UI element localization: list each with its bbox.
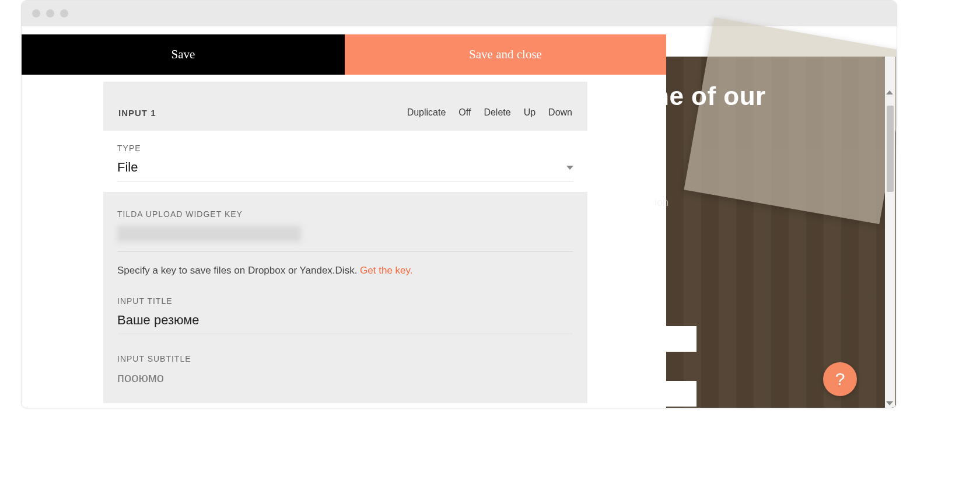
scroll-down-icon[interactable] xyxy=(886,401,893,405)
type-select-value: File xyxy=(117,160,138,175)
down-action[interactable]: Down xyxy=(548,107,572,118)
scroll-up-icon[interactable] xyxy=(886,90,893,94)
widget-key-help: Specify a key to save files on Dropbox o… xyxy=(117,265,573,276)
input-title-field: INPUT TITLE xyxy=(117,296,573,334)
app-surface: Save Save and close INPUT 1 Duplicate Of… xyxy=(22,26,897,408)
preview-form-field-ghost xyxy=(603,381,696,407)
delete-action[interactable]: Delete xyxy=(484,107,510,118)
widget-key-field: TILDA UPLOAD WIDGET KEY Specify a key to… xyxy=(117,209,573,276)
chevron-down-icon xyxy=(566,166,573,170)
input-subtitle-label: INPUT SUBTITLE xyxy=(117,354,573,363)
type-label: TYPE xyxy=(117,144,573,153)
window-titlebar xyxy=(22,1,897,26)
duplicate-action[interactable]: Duplicate xyxy=(407,107,446,118)
widget-key-help-text: Specify a key to save files on Dropbox o… xyxy=(117,265,360,276)
save-button[interactable]: Save xyxy=(22,34,345,75)
type-select[interactable]: File xyxy=(117,160,573,181)
input-title-label: INPUT TITLE xyxy=(117,296,573,306)
top-action-bar: Save Save and close xyxy=(22,34,666,75)
input-settings-panel: INPUT 1 Duplicate Off Delete Up Down TYP… xyxy=(103,82,587,403)
panel-header: INPUT 1 Duplicate Off Delete Up Down xyxy=(117,107,573,118)
window-control-dot[interactable] xyxy=(60,9,68,18)
widget-key-value-redacted xyxy=(117,226,301,242)
preview-headline-fragment: ne of our xyxy=(653,81,766,112)
preview-form-field-ghost xyxy=(603,326,696,352)
panel-title: INPUT 1 xyxy=(118,108,156,118)
panel-actions: Duplicate Off Delete Up Down xyxy=(407,107,572,118)
type-field-card: TYPE File xyxy=(103,131,587,192)
divider xyxy=(117,251,573,252)
input-title-input[interactable] xyxy=(117,313,573,328)
preview-paper-prop xyxy=(684,18,897,224)
input-subtitle-value-partial[interactable]: пооюмо xyxy=(117,370,573,386)
scrollbar-track[interactable] xyxy=(885,57,895,408)
window-control-dot[interactable] xyxy=(46,9,54,18)
get-key-link[interactable]: Get the key. xyxy=(360,265,412,276)
page-preview-pane: ne of our ion xyxy=(666,57,896,408)
up-action[interactable]: Up xyxy=(524,107,536,118)
input-title-row[interactable] xyxy=(117,313,573,334)
preview-sub-fragment: ion xyxy=(654,197,668,209)
scrollbar-thumb[interactable] xyxy=(887,106,894,192)
window-control-dot[interactable] xyxy=(32,9,40,18)
widget-key-label: TILDA UPLOAD WIDGET KEY xyxy=(117,209,573,219)
help-fab-button[interactable]: ? xyxy=(823,362,857,396)
off-action[interactable]: Off xyxy=(459,107,471,118)
input-subtitle-field: INPUT SUBTITLE пооюмо xyxy=(117,354,573,386)
save-and-close-button[interactable]: Save and close xyxy=(345,34,666,75)
browser-window: Save Save and close INPUT 1 Duplicate Of… xyxy=(21,0,897,408)
